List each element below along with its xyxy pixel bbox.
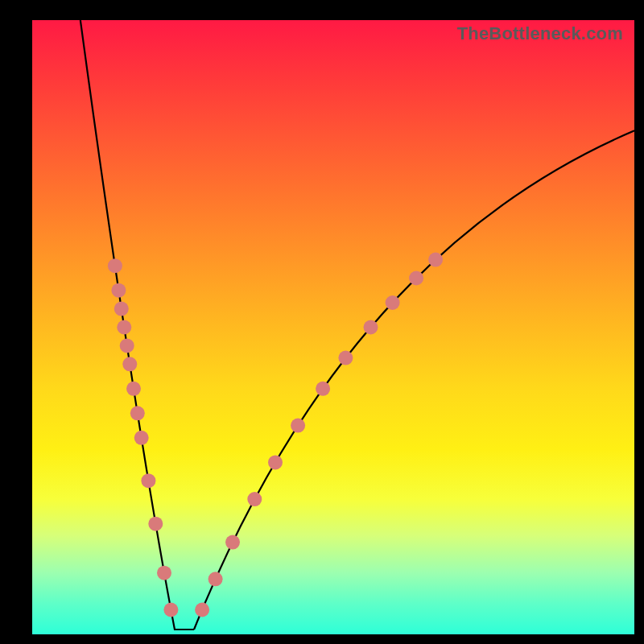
data-dot [195,603,209,617]
data-dot [114,302,129,316]
data-dot [338,351,353,365]
data-dot [141,473,155,488]
data-dot [117,320,131,335]
left-curve [80,20,194,630]
data-dot [157,566,171,580]
data-dot [134,431,149,445]
data-dot [247,492,262,506]
data-dot [268,455,283,469]
data-dot [364,320,378,335]
data-dot [130,406,145,420]
data-dot [122,357,137,371]
data-dot [163,603,178,617]
data-dot [316,382,330,396]
data-dot [111,283,126,298]
right-curve [194,130,634,630]
data-dot [386,295,400,310]
data-dot [208,572,223,586]
chart-frame: TheBottleneck.com [0,0,644,644]
data-dot [225,535,240,550]
data-dot [409,271,423,286]
data-dot [126,382,141,396]
data-dot [148,517,163,531]
data-dot [108,258,122,273]
data-dots [108,253,443,617]
plot-area: TheBottleneck.com [32,20,634,634]
data-dot [291,419,305,433]
data-dot [120,338,134,353]
curve-layer [32,20,634,634]
data-dot [428,253,443,267]
